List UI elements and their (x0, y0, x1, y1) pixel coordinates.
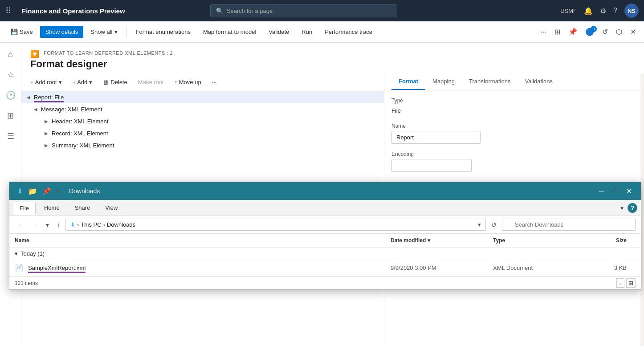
item-count-label: 121 items (15, 280, 38, 286)
add-root-button[interactable]: + Add root ▾ (27, 77, 65, 87)
gold-icon-btn[interactable]: 📌 (40, 186, 53, 197)
notification-count-button[interactable]: 🔵0 (583, 26, 597, 38)
make-root-button: Make root (135, 77, 167, 87)
help-ribbon-btn[interactable]: ? (628, 203, 637, 213)
tab-view[interactable]: View (98, 201, 124, 214)
window-toolbar-icons: ⬇ 📁 📌 ▾ (15, 186, 62, 197)
group-collapse-icon: ▾ (15, 250, 18, 257)
tree-item-record[interactable]: ▶ Record: XML Element (21, 127, 384, 139)
more-options-button[interactable]: ··· (538, 26, 549, 38)
run-button[interactable]: Run (296, 26, 318, 38)
tree-item-message[interactable]: ◀ Message: XML Element (21, 103, 384, 115)
col-header-size[interactable]: Size (578, 237, 636, 244)
tab-share[interactable]: Share (68, 201, 97, 214)
encoding-input[interactable] (391, 159, 472, 172)
show-details-button[interactable]: Show details (40, 26, 84, 38)
search-placeholder: Search for a page (227, 8, 273, 14)
recent-locations-button[interactable]: ▾ (43, 220, 52, 230)
minimize-button[interactable]: ─ (595, 185, 607, 197)
type-field: Type File (391, 98, 633, 116)
breadcrumb: FORMAT TO LEARN DEFERRED XML ELEMENTS : … (44, 50, 173, 56)
sidebar-workspace-icon[interactable]: ⊞ (4, 107, 17, 124)
save-button[interactable]: 💾 Save (5, 26, 38, 38)
yellow-icon-btn[interactable]: 📁 (26, 186, 39, 197)
refresh-button[interactable]: ↺ (599, 26, 611, 38)
close-window-button[interactable]: ✕ (623, 185, 636, 197)
path-dropdown-btn[interactable]: ▾ (478, 221, 481, 228)
this-pc-label: This PC (81, 221, 101, 228)
show-all-button[interactable]: Show all ▾ (85, 26, 122, 38)
search-icon: 🔍 (216, 8, 223, 14)
tab-format[interactable]: Format (391, 73, 425, 90)
bell-icon[interactable]: 🔔 (584, 7, 593, 15)
message-label: Message: XML Element (41, 106, 102, 113)
pin-icon-button[interactable]: 📌 (566, 26, 580, 38)
file-xml-icon: 📄 (15, 264, 24, 272)
path-separator-2: › (103, 221, 105, 228)
down-arrow-addr-icon: ⬇ (70, 221, 75, 228)
main-toolbar: 💾 Save Show details Show all ▾ Format en… (0, 21, 644, 43)
forward-button: → (29, 220, 41, 230)
add-button[interactable]: + Add ▾ (69, 77, 96, 87)
details-view-button[interactable]: ≡ (616, 278, 624, 288)
move-up-button[interactable]: ↑ Move up (171, 77, 205, 87)
type-label: Type (391, 98, 633, 104)
tab-validations[interactable]: Validations (518, 73, 560, 90)
tree-item-report-file[interactable]: ◀ Report: File (21, 91, 384, 103)
large-icons-view-button[interactable]: ⊞ (626, 278, 636, 288)
gear-icon[interactable]: ⚙ (600, 7, 606, 15)
sidebar-favorites-icon[interactable]: ☆ (4, 66, 18, 83)
performance-trace-button[interactable]: Performance trace (319, 26, 378, 38)
path-separator: › (77, 221, 79, 228)
map-format-button[interactable]: Map format to model (198, 26, 261, 38)
expand-ribbon-btn[interactable]: ▾ (618, 203, 626, 213)
up-directory-button[interactable]: ↑ (54, 220, 63, 230)
tree-item-header[interactable]: ▶ Header: XML Element (21, 115, 384, 127)
tree-item-summary[interactable]: ▶ Summary: XML Element (21, 139, 384, 151)
avatar[interactable]: NS (624, 4, 639, 18)
format-enumerations-button[interactable]: Format enumerations (130, 26, 196, 38)
filter-icon[interactable]: 🔽 (30, 50, 39, 58)
type-value: File (391, 106, 633, 116)
design-icon-button[interactable]: ⊞ (552, 26, 563, 38)
window-title: Downloads (69, 187, 592, 195)
more-tree-options[interactable]: ··· (208, 77, 220, 87)
close-button[interactable]: ✕ (628, 26, 639, 38)
window-tab-bar: File Home Share View ▾ ? (9, 200, 641, 216)
header-label: Header: XML Element (52, 118, 108, 125)
file-group-today[interactable]: ▾ Today (1) (9, 248, 641, 260)
col-header-type[interactable]: Type (493, 237, 578, 244)
file-list: ▾ Today (1) 📄 SampleXmlReport.xml 9/9/20… (9, 248, 641, 276)
global-search[interactable]: 🔍 Search for a page (210, 4, 397, 17)
help-icon[interactable]: ? (613, 7, 617, 15)
maximize-button[interactable]: □ (609, 185, 621, 197)
grid-icon[interactable]: ⠿ (5, 6, 11, 16)
save-icon: 💾 (11, 28, 18, 35)
sidebar-recent-icon[interactable]: 🕐 (2, 87, 19, 104)
tab-transformations[interactable]: Transformations (462, 73, 518, 90)
toolbar-separator (126, 27, 127, 37)
name-input[interactable] (391, 131, 481, 144)
col-header-name[interactable]: Name (15, 237, 391, 244)
record-label: Record: XML Element (52, 130, 108, 137)
sidebar-modules-icon[interactable]: ☰ (4, 128, 18, 145)
delete-button[interactable]: 🗑 Delete (99, 77, 131, 87)
back-button: ← (15, 220, 26, 230)
right-tab-bar: Format Mapping Transformations Validatio… (384, 73, 640, 90)
tab-mapping[interactable]: Mapping (425, 73, 462, 90)
refresh-address-button[interactable]: ↺ (489, 220, 499, 230)
search-downloads-input[interactable] (502, 219, 636, 231)
sidebar-home-icon[interactable]: ⌂ (4, 46, 16, 63)
validate-button[interactable]: Validate (263, 26, 294, 38)
col-header-date[interactable]: Date modified ▾ (391, 237, 493, 244)
tab-home[interactable]: Home (37, 201, 66, 214)
dropdown-arrow-btn[interactable]: ▾ (54, 186, 62, 196)
address-path[interactable]: ⬇ › This PC › Downloads ▾ (65, 219, 486, 231)
group-label: Today (1) (20, 250, 45, 257)
table-row[interactable]: 📄 SampleXmlReport.xml 9/9/2020 3:00 PM X… (9, 260, 641, 276)
view-buttons: ≡ ⊞ (616, 278, 636, 288)
file-size-label: 3 KB (578, 265, 636, 271)
down-arrow-icon-btn[interactable]: ⬇ (15, 186, 25, 197)
open-external-button[interactable]: ⬡ (613, 26, 625, 38)
tab-file[interactable]: File (13, 202, 36, 215)
